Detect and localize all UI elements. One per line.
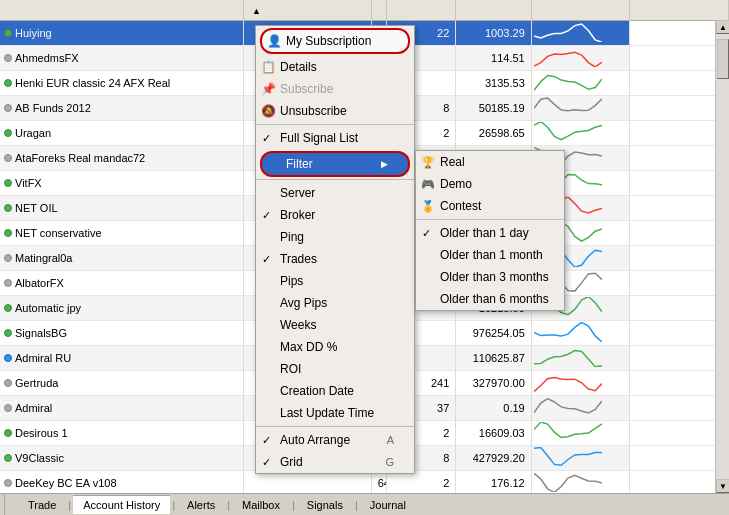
signal-cell[interactable]: Gertruda	[0, 371, 244, 396]
signal-name: Gertruda	[15, 377, 58, 389]
submenu-item-demo[interactable]: 🎮Demo	[416, 173, 564, 195]
submenu-check: ✓	[422, 227, 431, 240]
signal-cell[interactable]: AhmedmsFX	[0, 46, 244, 71]
menu-item-weeks[interactable]: Weeks	[256, 314, 414, 336]
scroll-up-button[interactable]: ▲	[716, 20, 729, 34]
scroll-thumb[interactable]	[717, 39, 729, 79]
graph-cell	[531, 46, 630, 71]
submenu-item-older-3-months[interactable]: Older than 3 months	[416, 266, 564, 288]
tab-account-history[interactable]: Account History	[73, 495, 170, 514]
tab-separator: |	[225, 499, 232, 511]
submenu-item-older-1-month[interactable]: Older than 1 month	[416, 244, 564, 266]
menu-item-filter[interactable]: Filter▶	[260, 151, 410, 177]
submenu-separator	[416, 219, 564, 220]
scroll-down-button[interactable]: ▼	[716, 479, 729, 493]
signal-dot	[4, 454, 12, 462]
vertical-scrollbar[interactable]: ▲ ▼	[715, 20, 729, 493]
signal-cell[interactable]: Desirous 1	[0, 421, 244, 446]
sparkline	[534, 322, 602, 342]
terminal-tab[interactable]	[4, 494, 18, 516]
menu-item-grid[interactable]: ✓GridG	[256, 451, 414, 473]
signal-dot	[4, 404, 12, 412]
menu-item-avg-pips[interactable]: Avg Pips	[256, 292, 414, 314]
tab-journal[interactable]: Journal	[360, 496, 416, 514]
menu-item-creation-date[interactable]: Creation Date	[256, 380, 414, 402]
signal-name: NET conservative	[15, 227, 102, 239]
sparkline	[534, 122, 602, 142]
col-header-graph[interactable]	[630, 0, 729, 21]
menu-separator	[256, 426, 414, 427]
signal-name: Desirous 1	[15, 427, 68, 439]
signal-cell[interactable]: DeeKey BC EA v108	[0, 471, 244, 494]
signal-name: Automatic jpy	[15, 302, 81, 314]
signal-dot	[4, 129, 12, 137]
menu-item-subscribe[interactable]: 📌Subscribe	[256, 78, 414, 100]
signal-cell[interactable]: Automatic jpy	[0, 296, 244, 321]
signal-cell[interactable]: Admiral	[0, 396, 244, 421]
signal-cell[interactable]: V9Classic	[0, 446, 244, 471]
submenu-item-older-6-months[interactable]: Older than 6 months	[416, 288, 564, 310]
submenu-item-contest[interactable]: 🏅Contest	[416, 195, 564, 217]
signal-name: AhmedmsFX	[15, 52, 79, 64]
menu-item-server[interactable]: Server	[256, 182, 414, 204]
signal-cell[interactable]: AB Funds 2012	[0, 96, 244, 121]
signal-name: Matingral0a	[15, 252, 72, 264]
signal-cell[interactable]: SignalsBG	[0, 321, 244, 346]
menu-item-last-update-time[interactable]: Last Update Time	[256, 402, 414, 424]
col-header-balance[interactable]	[531, 0, 630, 21]
signal-dot	[4, 154, 12, 162]
sparkline	[534, 472, 602, 492]
menu-item-unsubscribe[interactable]: 🔕Unsubscribe	[256, 100, 414, 122]
signal-cell[interactable]: NET OIL	[0, 196, 244, 221]
menu-label: Creation Date	[280, 384, 354, 398]
menu-item-trades[interactable]: ✓Trades	[256, 248, 414, 270]
menu-label: Server	[280, 186, 315, 200]
balance-cell: 114.51	[456, 46, 531, 71]
menu-item-broker[interactable]: ✓Broker	[256, 204, 414, 226]
signal-dot	[4, 79, 12, 87]
signal-cell[interactable]: Matingral0a	[0, 246, 244, 271]
tab-separator: |	[170, 499, 177, 511]
menu-item-max-dd[interactable]: Max DD %	[256, 336, 414, 358]
menu-item-pips[interactable]: Pips	[256, 270, 414, 292]
signal-name: NET OIL	[15, 202, 58, 214]
col-header-broker[interactable]: ▲	[244, 0, 372, 21]
signal-cell[interactable]: NET conservative	[0, 221, 244, 246]
col-header-signal[interactable]	[0, 0, 244, 21]
signal-cell[interactable]: VitFX	[0, 171, 244, 196]
menu-separator	[256, 124, 414, 125]
tab-separator: |	[290, 499, 297, 511]
col-header-subscri[interactable]	[456, 0, 531, 21]
tab-signals[interactable]: Signals	[297, 496, 353, 514]
menu-check: ✓	[262, 456, 271, 469]
signal-name: Admiral	[15, 402, 52, 414]
signal-cell[interactable]: AtaForeks Real mandac72	[0, 146, 244, 171]
scroll-track[interactable]	[716, 34, 729, 479]
col-header-trades[interactable]	[386, 0, 456, 21]
menu-label: Full Signal List	[280, 131, 358, 145]
tab-alerts[interactable]: Alerts	[177, 496, 225, 514]
signal-cell[interactable]: Henki EUR classic 24 AFX Real	[0, 71, 244, 96]
col-header-slash	[371, 0, 386, 21]
menu-item-auto-arrange[interactable]: ✓Auto ArrangeA	[256, 429, 414, 451]
menu-item-full-signal-list[interactable]: ✓Full Signal List	[256, 127, 414, 149]
submenu-item-older-1-day[interactable]: ✓Older than 1 day	[416, 222, 564, 244]
menu-item-details[interactable]: 📋Details	[256, 56, 414, 78]
menu-check: ✓	[262, 132, 271, 145]
submenu-label: Older than 1 month	[440, 248, 543, 262]
main-window: ▲ Huiying103221003.29AhmedmsFX24114.51He…	[0, 0, 729, 515]
tab-mailbox[interactable]: Mailbox	[232, 496, 290, 514]
signal-cell[interactable]: AlbatorFX	[0, 271, 244, 296]
graph-cell	[531, 396, 630, 421]
menu-label: Max DD %	[280, 340, 337, 354]
sparkline	[534, 347, 602, 367]
signal-cell[interactable]: Uragan	[0, 121, 244, 146]
submenu-label: Older than 6 months	[440, 292, 549, 306]
menu-item-roi[interactable]: ROI	[256, 358, 414, 380]
tab-trade[interactable]: Trade	[18, 496, 66, 514]
submenu-item-real[interactable]: 🏆Real	[416, 151, 564, 173]
menu-item-ping[interactable]: Ping	[256, 226, 414, 248]
signal-cell[interactable]: Huiying	[0, 21, 244, 46]
menu-item-my-subscription[interactable]: 👤My Subscription	[260, 28, 410, 54]
signal-cell[interactable]: Admiral RU	[0, 346, 244, 371]
